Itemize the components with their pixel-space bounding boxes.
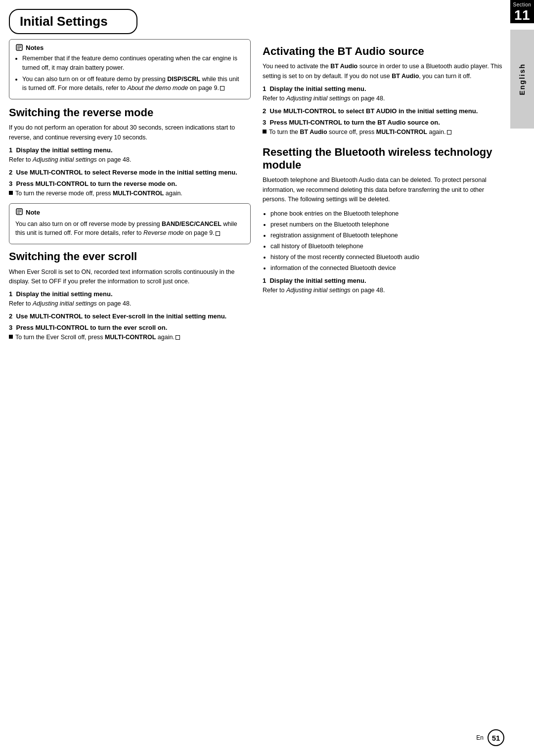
reverse-step-3-sub: To turn the reverse mode off, press MULT… [9,189,251,198]
bt-reset-step-1-body: Refer to Adjusting initial settings on p… [263,286,504,295]
page: Section 11 English Initial Settings [0,0,534,756]
reverse-step-2-heading: 2 Use MULTI-CONTROL to select Reverse mo… [9,169,251,176]
notes-list: Remember that if the feature demo contin… [15,54,244,93]
section-label: Section [511,2,533,7]
note-pencil-icon [15,208,23,217]
ever-scroll-step-1-heading: 1 Display the initial setting menu. [9,290,251,298]
bt-reset-item-2: preset numbers on the Bluetooth telephon… [270,220,504,229]
ever-scroll-title: Switching the ever scroll [9,250,251,263]
reverse-mode-title: Switching the reverse mode [9,106,251,119]
ever-scroll-step-2-heading: 2 Use MULTI-CONTROL to select Ever-scrol… [9,312,251,320]
bt-audio-step-3-heading: 3 Press MULTI-CONTROL to turn the BT Aud… [263,119,504,126]
notes-item-2: You can also turn on or off feature demo… [22,75,244,93]
note-body: You can also turn on or off reverse mode… [15,220,244,238]
ever-scroll-step-3-sub: To turn the Ever Scroll off, press MULTI… [9,333,251,342]
page-footer: En 51 [476,729,504,746]
bt-audio-step-2-heading: 2 Use MULTI-CONTROL to select BT AUDIO i… [263,107,504,115]
page-title: Initial Settings [20,14,127,29]
note-box: Note You can also turn on or off reverse… [9,203,251,245]
note-heading: Note [26,209,40,216]
bt-audio-step-1-heading: 1 Display the initial setting menu. [263,85,504,92]
notes-box: Notes Remember that if the feature demo … [9,39,251,99]
reverse-step-1-body: Refer to Adjusting initial settings on p… [9,155,251,165]
bt-reset-item-1: phone book entries on the Bluetooth tele… [270,209,504,219]
section-tab: Section 11 [510,0,534,23]
right-column: Activating the BT Audio source You need … [263,39,504,342]
ever-scroll-body: When Ever Scroll is set to ON, recorded … [9,267,251,287]
bt-reset-item-3: registration assignment of Bluetooth tel… [270,230,504,240]
bt-audio-title: Activating the BT Audio source [263,45,504,58]
ever-scroll-step-3-heading: 3 Press MULTI-CONTROL to turn the ever s… [9,324,251,331]
bt-reset-item-6: information of the connected Bluetooth d… [270,263,504,273]
bt-audio-step-3-sub: To turn the BT Audio source off, press M… [263,128,504,137]
note-title: Note [15,208,244,217]
reverse-step-3-heading: 3 Press MULTI-CONTROL to turn the revers… [9,180,251,187]
reverse-mode-section: Switching the reverse mode If you do not… [9,106,251,244]
bt-audio-section: Activating the BT Audio source You need … [263,45,504,137]
notes-title: Notes [15,44,244,51]
left-column: Notes Remember that if the feature demo … [9,39,251,342]
pencil-icon [15,44,23,51]
reverse-step-1-heading: 1 Display the initial setting menu. [9,146,251,154]
notes-item-1: Remember that if the feature demo contin… [22,54,244,73]
bt-reset-section: Resetting the Bluetooth wireless technol… [263,146,504,295]
ever-scroll-section: Switching the ever scroll When Ever Scro… [9,250,251,342]
reverse-mode-body: If you do not perform an operation for a… [9,123,251,142]
section-number: 11 [511,8,533,22]
ever-scroll-step-1-body: Refer to Adjusting initial settings on p… [9,299,251,309]
square-bullet [9,191,13,195]
notes-heading: Notes [26,44,44,51]
bt-reset-step-1-heading: 1 Display the initial setting menu. [263,277,504,284]
bt-reset-list: phone book entries on the Bluetooth tele… [263,209,504,273]
bt-reset-item-5: history of the most recently connected B… [270,252,504,262]
square-bullet-3 [263,130,267,133]
bt-audio-body: You need to activate the BT Audio source… [263,62,504,81]
page-header: Initial Settings [9,9,137,34]
square-bullet-2 [9,335,13,339]
footer-lang: En [476,734,484,741]
bt-reset-item-4: call history of Bluetooth telephone [270,241,504,251]
content-area: Notes Remember that if the feature demo … [0,39,534,342]
bt-reset-body: Bluetooth telephone and Bluetooth Audio … [263,176,504,204]
english-label: English [518,63,526,95]
footer-page-number: 51 [488,729,504,746]
bt-reset-title: Resetting the Bluetooth wireless technol… [263,146,504,172]
english-sidebar: English [510,30,534,129]
bt-audio-step-1-body: Refer to Adjusting initial settings on p… [263,94,504,103]
